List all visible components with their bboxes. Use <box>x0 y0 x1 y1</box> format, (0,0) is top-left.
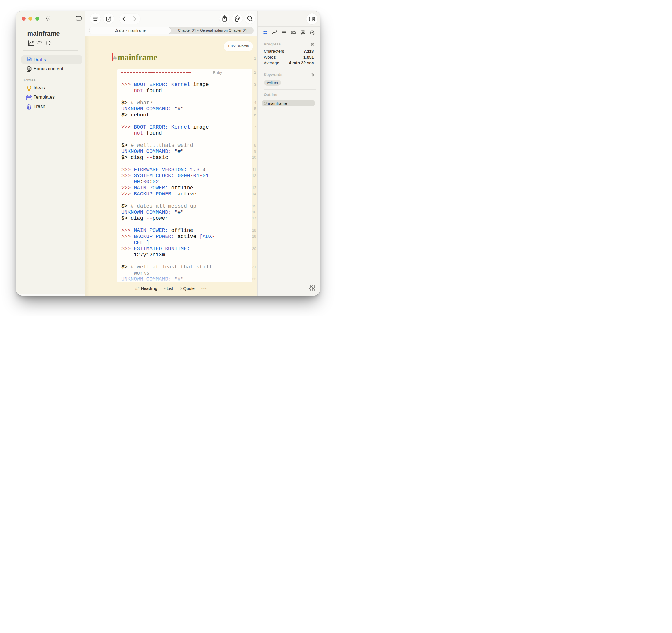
svg-text:?: ? <box>313 33 314 34</box>
